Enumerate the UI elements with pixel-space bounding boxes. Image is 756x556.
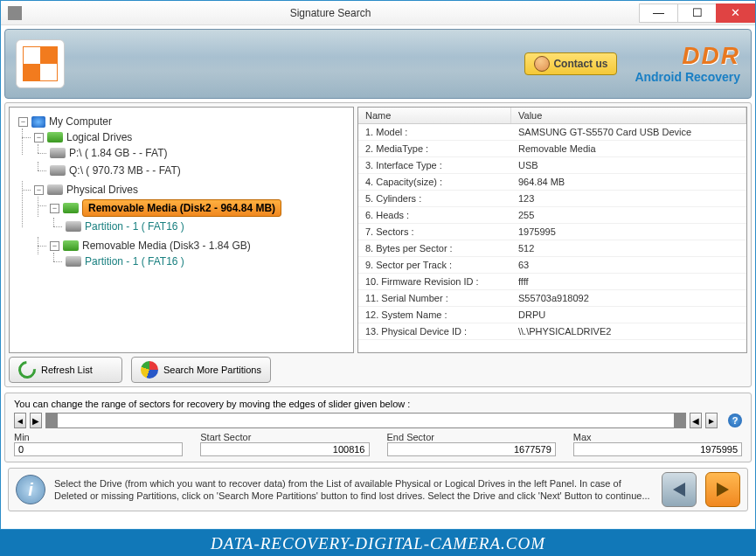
- node-label: Logical Drives: [66, 131, 132, 143]
- sector-hint: You can change the range of sectors for …: [14, 399, 742, 409]
- minimize-button[interactable]: —: [639, 3, 678, 23]
- prop-value: USB: [511, 159, 746, 171]
- arrow-left-icon: [673, 483, 685, 497]
- drive-icon: [50, 148, 66, 158]
- panels-container: − My Computer − Logical Drives: [4, 102, 752, 387]
- person-icon: [534, 56, 550, 72]
- prop-value: 255: [511, 209, 746, 221]
- partition-icon: [66, 221, 81, 232]
- min-field: Min: [14, 432, 183, 456]
- partition-icon: [66, 256, 81, 267]
- app-logo: [16, 39, 65, 88]
- refresh-list-button[interactable]: Refresh List: [9, 357, 122, 383]
- search-more-partitions-button[interactable]: Search More Partitions: [131, 357, 271, 383]
- slider-end-handle[interactable]: ◀: [690, 413, 702, 428]
- prop-value: S55703a918092: [511, 292, 746, 304]
- tree-drive-q[interactable]: Q:\ ( 970.73 MB - - FAT): [48, 163, 350, 177]
- property-row[interactable]: 6. Heads :255: [358, 207, 746, 224]
- prop-value: DRPU: [511, 309, 746, 321]
- slider-right-button[interactable]: ►: [705, 413, 718, 428]
- tree-disk3-partition[interactable]: Partition - 1 ( FAT16 ): [64, 254, 350, 268]
- property-row[interactable]: 9. Sector per Track :63: [358, 257, 746, 274]
- start-sector-field: Start Sector: [200, 432, 369, 456]
- tree-disk2-partition[interactable]: Partition - 1 ( FAT16 ): [64, 219, 350, 233]
- end-sector-field: End Sector: [387, 432, 556, 456]
- end-label: End Sector: [387, 432, 556, 442]
- property-row[interactable]: 12. System Name :DRPU: [358, 307, 746, 323]
- node-label-selected: Removable Media (Disk2 - 964.84 MB): [82, 199, 281, 217]
- prop-name: 12. System Name :: [358, 309, 511, 321]
- prop-name: 3. Interface Type :: [358, 159, 511, 171]
- arrow-right-icon: [717, 483, 729, 497]
- node-label: Q:\ ( 970.73 MB - - FAT): [69, 164, 181, 177]
- slider-left-button[interactable]: ◄: [14, 413, 26, 428]
- property-row[interactable]: 13. Physical Device ID :\\.\PHYSICALDRIV…: [358, 323, 746, 340]
- tree-disk3[interactable]: − Removable Media (Disk3 - 1.84 GB): [48, 239, 350, 253]
- watermark: DATA-RECOVERY-DIGITAL-CAMERA.COM: [0, 530, 756, 556]
- prop-name: 4. Capacity(size) :: [358, 176, 511, 188]
- slider-track[interactable]: [45, 413, 686, 428]
- tree-drive-p[interactable]: P:\ ( 1.84 GB - - FAT): [48, 146, 350, 160]
- prop-value: 63: [511, 259, 746, 271]
- refresh-icon: [15, 358, 39, 382]
- prop-value: SAMSUNG GT-S5570 Card USB Device: [511, 126, 746, 138]
- max-field: Max: [573, 432, 742, 456]
- tree-logical-drives[interactable]: − Logical Drives: [32, 130, 350, 144]
- node-label: Partition - 1 ( FAT16 ): [85, 220, 184, 233]
- action-bar: Refresh List Search More Partitions: [9, 357, 747, 383]
- max-input[interactable]: [573, 442, 742, 456]
- drive-icon: [50, 165, 66, 176]
- node-label: Removable Media (Disk3 - 1.84 GB): [82, 240, 251, 252]
- drive-group-icon: [47, 184, 63, 195]
- start-input[interactable]: [200, 442, 369, 456]
- property-row[interactable]: 11. Serial Number :S55703a918092: [358, 290, 746, 307]
- maximize-button[interactable]: ☐: [677, 3, 717, 23]
- collapse-icon[interactable]: −: [50, 204, 59, 213]
- help-icon[interactable]: ?: [728, 414, 742, 427]
- brand-logo: DDR: [635, 44, 740, 68]
- next-button[interactable]: [705, 472, 740, 507]
- property-row[interactable]: 3. Interface Type :USB: [358, 157, 746, 174]
- property-row[interactable]: 2. MediaType :Removable Media: [358, 141, 746, 157]
- max-label: Max: [573, 432, 742, 442]
- tree-root[interactable]: − My Computer: [17, 115, 350, 129]
- prop-name: 1. Model :: [358, 126, 511, 138]
- drive-tree[interactable]: − My Computer − Logical Drives: [9, 107, 354, 353]
- property-row[interactable]: 7. Sectors :1975995: [358, 224, 746, 240]
- slider-start-handle[interactable]: ▶: [30, 413, 42, 428]
- sector-slider: ◄ ▶ ◀ ► ?: [14, 413, 742, 428]
- pie-chart-icon: [141, 361, 158, 379]
- property-row[interactable]: 10. Firmware Revision ID :ffff: [358, 274, 746, 290]
- close-button[interactable]: ✕: [716, 3, 755, 23]
- end-input[interactable]: [387, 442, 556, 456]
- property-row[interactable]: 4. Capacity(size) :964.84 MB: [358, 174, 746, 191]
- footer-text: Select the Drive (from which you want to…: [54, 477, 653, 503]
- prop-value: 123: [511, 192, 746, 205]
- property-row[interactable]: 5. Cylinders :123: [358, 191, 746, 207]
- column-name[interactable]: Name: [358, 108, 511, 123]
- contact-label: Contact us: [553, 58, 607, 70]
- property-row[interactable]: 1. Model :SAMSUNG GT-S5570 Card USB Devi…: [358, 124, 746, 141]
- prop-value: ffff: [511, 275, 746, 288]
- min-label: Min: [14, 432, 183, 442]
- column-value[interactable]: Value: [511, 108, 746, 123]
- collapse-icon[interactable]: −: [50, 241, 59, 251]
- prop-name: 2. MediaType :: [358, 142, 511, 155]
- header-bar: Contact us DDR Android Recovery: [4, 29, 752, 99]
- back-button[interactable]: [662, 472, 697, 507]
- collapse-icon[interactable]: −: [34, 133, 44, 142]
- min-input[interactable]: [14, 442, 183, 456]
- properties-body: 1. Model :SAMSUNG GT-S5570 Card USB Devi…: [358, 124, 746, 340]
- prop-name: 10. Firmware Revision ID :: [358, 275, 511, 288]
- properties-header: Name Value: [358, 108, 746, 124]
- prop-value: 964.84 MB: [511, 176, 746, 188]
- collapse-icon[interactable]: −: [18, 117, 28, 127]
- tree-physical-drives[interactable]: − Physical Drives: [32, 183, 350, 197]
- prop-value: 512: [511, 242, 746, 254]
- collapse-icon[interactable]: −: [34, 185, 44, 195]
- property-row[interactable]: 8. Bytes per Sector :512: [358, 240, 746, 257]
- node-label: P:\ ( 1.84 GB - - FAT): [69, 147, 167, 159]
- contact-us-button[interactable]: Contact us: [524, 52, 617, 75]
- tree-disk2[interactable]: − Removable Media (Disk2 - 964.84 MB): [48, 198, 350, 218]
- drive-icon: [63, 203, 79, 213]
